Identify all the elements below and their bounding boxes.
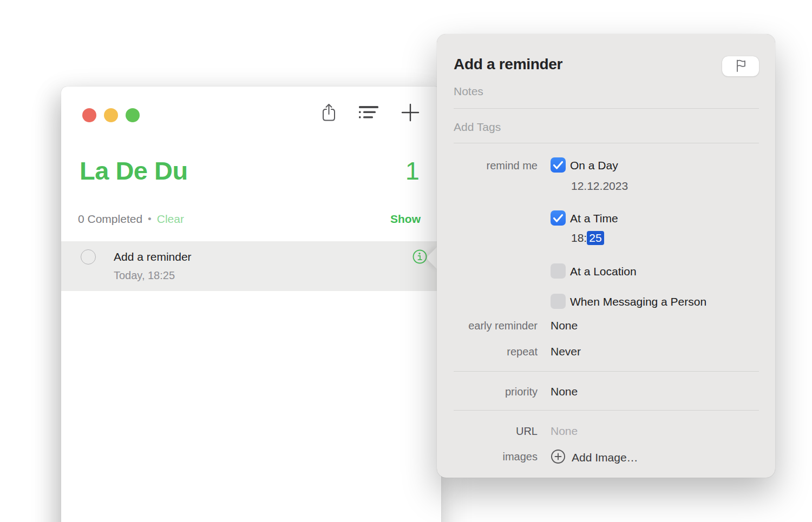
info-icon[interactable] (412, 249, 427, 264)
when-messaging-row: When Messaging a Person (454, 294, 759, 309)
reminders-window: La De Du 1 0 Completed • Clear Show Add … (61, 87, 441, 522)
window-toolbar (322, 103, 420, 122)
list-options-icon[interactable] (359, 105, 378, 120)
images-row: images Add Image… (454, 448, 759, 466)
url-row: URL None (454, 423, 759, 438)
when-messaging-label: When Messaging a Person (570, 295, 706, 308)
close-window-button[interactable] (82, 108, 96, 122)
completed-count: 0 Completed (78, 213, 142, 226)
url-value[interactable]: None (551, 423, 578, 438)
flag-icon (735, 59, 746, 74)
time-prefix: 18: (571, 232, 587, 244)
list-count: 1 (405, 156, 420, 186)
remind-me-label: remind me (454, 157, 538, 172)
add-image-label: Add Image… (572, 451, 638, 464)
at-a-location-row: At a Location (454, 263, 759, 279)
early-reminder-label: early reminder (454, 318, 538, 332)
time-selected-segment[interactable]: 25 (587, 231, 604, 245)
add-image-icon (551, 449, 566, 466)
reminder-due-date: Today, 18:25 (114, 269, 412, 282)
show-button[interactable]: Show (390, 213, 421, 226)
window-controls (82, 108, 140, 122)
reminder-time-value[interactable]: 18:25 (571, 232, 604, 245)
at-a-location-checkbox[interactable] (551, 263, 566, 279)
zoom-window-button[interactable] (126, 108, 140, 122)
remind-me-row: remind me On a Day (454, 157, 759, 173)
reminder-complete-circle[interactable] (81, 249, 96, 265)
at-a-location-label: At a Location (570, 265, 637, 278)
list-title: La De Du (80, 156, 188, 186)
early-reminder-row: early reminder None (454, 318, 759, 332)
images-label: images (454, 448, 538, 463)
priority-label: priority (454, 384, 538, 398)
minimize-window-button[interactable] (104, 108, 118, 122)
at-a-time-checkbox[interactable] (551, 210, 566, 226)
notes-field[interactable]: Notes (454, 85, 758, 98)
reminder-list-item[interactable]: Add a reminder Today, 18:25 (61, 241, 441, 291)
flag-button[interactable] (722, 56, 759, 76)
divider (454, 143, 759, 143)
reminder-date-value[interactable]: 12.12.2023 (571, 180, 628, 193)
on-a-day-checkbox[interactable] (551, 157, 566, 173)
list-header: La De Du 1 (80, 156, 420, 186)
add-image-button[interactable]: Add Image… (551, 448, 638, 466)
divider (454, 371, 759, 372)
when-messaging-checkbox[interactable] (551, 294, 566, 309)
early-reminder-value[interactable]: None (551, 318, 578, 332)
popover-title: Add a reminder (454, 56, 562, 73)
share-icon[interactable] (322, 103, 336, 122)
at-a-time-row: At a Time (454, 210, 759, 226)
divider (454, 410, 759, 411)
repeat-row: repeat Never (454, 343, 759, 358)
completed-row: 0 Completed • Clear Show (78, 213, 421, 226)
url-label: URL (454, 423, 538, 438)
repeat-label: repeat (454, 343, 538, 358)
reminder-detail-popover: Add a reminder Notes Add Tags remind me … (437, 34, 775, 478)
at-a-time-label: At a Time (570, 212, 618, 225)
divider (454, 108, 759, 109)
priority-row: priority None (454, 384, 759, 398)
repeat-value[interactable]: Never (551, 343, 581, 358)
reminder-title[interactable]: Add a reminder (114, 250, 412, 264)
on-a-day-label: On a Day (570, 158, 618, 172)
add-tags-field[interactable]: Add Tags (454, 121, 758, 134)
priority-value[interactable]: None (551, 384, 578, 398)
clear-button[interactable]: Clear (157, 213, 184, 226)
plus-icon[interactable] (401, 103, 420, 122)
separator-dot: • (148, 213, 152, 225)
